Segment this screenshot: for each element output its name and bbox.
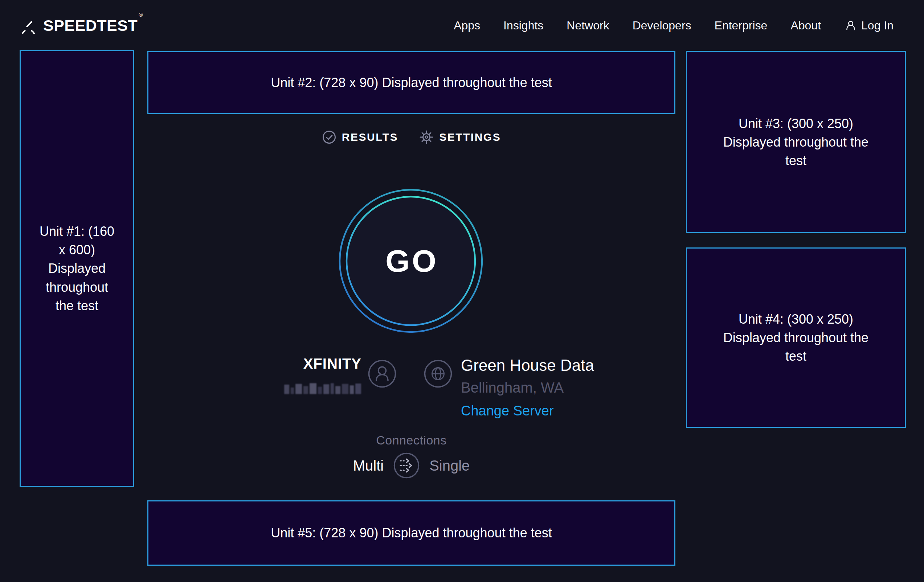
ad-unit-1-text: Unit #1: (160 x 600) Displayed throughou… xyxy=(36,222,118,315)
logo-wordmark: SPEEDTEST® xyxy=(43,17,142,35)
speedometer-gauge-icon xyxy=(20,17,37,34)
ad-unit-5-text: Unit #5: (728 x 90) Displayed throughout… xyxy=(271,524,552,542)
person-icon xyxy=(844,19,857,32)
connections-option-multi[interactable]: Multi xyxy=(353,458,384,474)
logo-trademark: ® xyxy=(139,12,143,18)
ad-unit-2-text: Unit #2: (728 x 90) Displayed throughout… xyxy=(271,73,552,92)
nav-item-enterprise[interactable]: Enterprise xyxy=(714,19,767,32)
connections-label: Connections xyxy=(147,433,675,447)
top-nav-bar: SPEEDTEST® Apps Insights Network Develop… xyxy=(0,0,924,51)
login-label: Log In xyxy=(861,19,894,32)
connections-toggle-row: Multi Single xyxy=(147,452,675,479)
ad-unit-5-leaderboard[interactable]: Unit #5: (728 x 90) Displayed throughout… xyxy=(147,500,675,566)
speedtest-page: SPEEDTEST® Apps Insights Network Develop… xyxy=(0,0,924,582)
nav-item-about[interactable]: About xyxy=(790,19,821,32)
multi-connection-arrows-icon xyxy=(393,452,420,479)
server-location: Bellingham, WA xyxy=(461,379,594,396)
tab-results-label: RESULTS xyxy=(342,131,398,143)
nav-item-network[interactable]: Network xyxy=(566,19,609,32)
globe-icon xyxy=(424,359,452,388)
ad-unit-3-text: Unit #3: (300 x 250) Displayed throughou… xyxy=(720,114,872,170)
ad-unit-4-text: Unit #4: (300 x 250) Displayed throughou… xyxy=(720,310,872,365)
ad-unit-4-rectangle[interactable]: Unit #4: (300 x 250) Displayed throughou… xyxy=(686,247,906,428)
speedtest-logo[interactable]: SPEEDTEST® xyxy=(20,0,142,51)
redacted-ip-address xyxy=(284,381,361,394)
connections-toggle-button[interactable] xyxy=(393,452,420,479)
go-button-label: GO xyxy=(335,185,487,337)
ad-unit-1-skyscraper[interactable]: Unit #1: (160 x 600) Displayed throughou… xyxy=(20,50,134,487)
login-button[interactable]: Log In xyxy=(844,19,894,32)
gear-icon xyxy=(419,130,434,144)
check-circle-icon xyxy=(322,130,337,144)
ad-unit-3-rectangle[interactable]: Unit #3: (300 x 250) Displayed throughou… xyxy=(686,51,906,233)
connections-option-single[interactable]: Single xyxy=(429,458,470,474)
server-name: Green House Data xyxy=(461,356,594,374)
ad-unit-2-leaderboard[interactable]: Unit #2: (728 x 90) Displayed throughout… xyxy=(147,51,675,114)
go-button[interactable]: GO xyxy=(335,185,487,337)
tab-results[interactable]: RESULTS xyxy=(322,130,398,144)
tab-settings[interactable]: SETTINGS xyxy=(419,130,501,144)
server-info: Green House Data Bellingham, WA Change S… xyxy=(461,356,594,419)
person-circle-icon xyxy=(368,359,397,388)
nav-item-apps[interactable]: Apps xyxy=(454,19,480,32)
nav-item-insights[interactable]: Insights xyxy=(503,19,543,32)
nav-item-developers[interactable]: Developers xyxy=(633,19,691,32)
change-server-link[interactable]: Change Server xyxy=(461,403,554,419)
results-settings-tabs: RESULTS SETTINGS xyxy=(147,130,675,144)
main-menu: Apps Insights Network Developers Enterpr… xyxy=(454,0,894,51)
isp-name: XFINITY xyxy=(225,356,361,372)
tab-settings-label: SETTINGS xyxy=(439,131,501,143)
